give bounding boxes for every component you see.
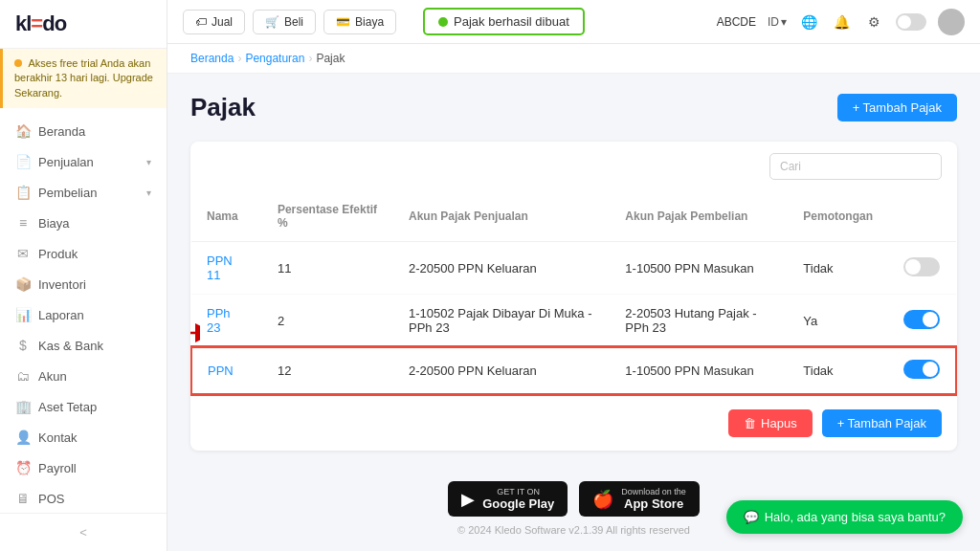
sidebar-item-payroll[interactable]: ⏰ Payroll bbox=[0, 452, 167, 483]
avatar[interactable] bbox=[938, 9, 965, 35]
cell-persentase: 11 bbox=[262, 242, 393, 295]
ppn11-link[interactable]: PPN 11 bbox=[207, 253, 233, 282]
beli-icon: 🛒 bbox=[265, 15, 279, 29]
chat-label: Halo, ada yang bisa saya bantu? bbox=[765, 510, 946, 524]
pembelian-icon: 📋 bbox=[15, 185, 31, 200]
jual-button[interactable]: 🏷 Jual bbox=[183, 10, 245, 34]
sidebar-collapse-button[interactable]: < bbox=[0, 513, 167, 551]
chevron-down-icon: ▾ bbox=[146, 187, 151, 198]
sidebar-item-label: Inventori bbox=[38, 277, 86, 292]
delete-button[interactable]: 🗑 Hapus bbox=[728, 409, 813, 437]
sidebar-item-beranda[interactable]: 🏠 Beranda bbox=[0, 116, 167, 146]
add-pajak-button-bottom[interactable]: + Tambah Pajak bbox=[822, 409, 942, 437]
page-title: Pajak bbox=[190, 93, 256, 122]
cell-akun-pembelian: 1-10500 PPN Masukan bbox=[610, 347, 788, 394]
delete-label: Hapus bbox=[761, 416, 797, 430]
table-row-highlighted: PPN 12 2-20500 PPN Keluaran 1-10500 PPN … bbox=[191, 347, 956, 394]
sidebar-item-label: Penjualan bbox=[38, 155, 94, 169]
ppn11-toggle[interactable] bbox=[903, 257, 940, 276]
cell-pemotongan: Tidak bbox=[788, 347, 888, 394]
sidebar-item-label: Kontak bbox=[38, 430, 77, 445]
jual-icon: 🏷 bbox=[195, 15, 207, 29]
cell-akun-penjualan: 2-20500 PPN Keluaran bbox=[393, 347, 610, 394]
success-dot-icon bbox=[438, 17, 448, 27]
logo-area: kl=do bbox=[0, 0, 167, 49]
cell-pemotongan: Ya bbox=[788, 295, 888, 348]
search-input[interactable] bbox=[769, 153, 942, 180]
biaya-icon: 💳 bbox=[336, 15, 350, 29]
breadcrumb-current: Pajak bbox=[316, 52, 345, 65]
chevron-down-icon: ▾ bbox=[146, 157, 151, 167]
col-nama: Nama bbox=[191, 191, 262, 242]
tax-table: Nama Persentase Efektif % Akun Pajak Pen… bbox=[190, 191, 957, 395]
page-header: Pajak + Tambah Pajak bbox=[190, 93, 957, 122]
topbar: 🏷 Jual 🛒 Beli 💳 Biaya Pajak berhasil dib… bbox=[167, 0, 980, 44]
col-persentase: Persentase Efektif % bbox=[262, 191, 393, 242]
pos-icon: 🖥 bbox=[15, 491, 31, 506]
cell-akun-penjualan: 2-20500 PPN Keluaran bbox=[393, 242, 610, 295]
sidebar-item-label: Akun bbox=[38, 369, 67, 384]
sidebar-item-akun[interactable]: 🗂 Akun bbox=[0, 361, 167, 391]
app-logo: kl=do bbox=[15, 11, 151, 36]
sidebar-item-aset-tetap[interactable]: 🏢 Aset Tetap bbox=[0, 391, 167, 422]
akun-icon: 🗂 bbox=[15, 368, 31, 384]
app-store-badge[interactable]: 🍎 Download on the App Store bbox=[579, 481, 700, 517]
bell-icon[interactable]: 🔔 bbox=[831, 11, 852, 33]
ppn-link[interactable]: PPN bbox=[208, 364, 234, 378]
google-play-badge[interactable]: ▶ GET IT ON Google Play bbox=[448, 481, 568, 517]
sidebar-item-label: Pembelian bbox=[38, 186, 97, 200]
google-play-main: Google Play bbox=[482, 496, 554, 511]
chat-button[interactable]: 💬 Halo, ada yang bisa saya bantu? bbox=[726, 500, 963, 534]
theme-toggle[interactable] bbox=[896, 13, 926, 31]
penjualan-icon: 📄 bbox=[15, 154, 31, 169]
sidebar-item-kas-bank[interactable]: $ Kas & Bank bbox=[0, 330, 167, 361]
cell-pemotongan: Tidak bbox=[788, 242, 888, 295]
table-row: PPh 23 2 1-10502 Pajak Dibayar Di Muka -… bbox=[191, 295, 956, 348]
globe-icon[interactable]: 🌐 bbox=[798, 11, 819, 33]
app-store-icon: 🍎 bbox=[592, 489, 613, 510]
cell-toggle bbox=[888, 347, 956, 394]
breadcrumb-home[interactable]: Beranda bbox=[190, 52, 234, 65]
biaya-button[interactable]: 💳 Biaya bbox=[323, 10, 396, 34]
breadcrumb-pengaturan[interactable]: Pengaturan bbox=[245, 52, 304, 65]
beranda-icon: 🏠 bbox=[15, 123, 31, 139]
trial-message: Akses free trial Anda akan berakhir 13 h… bbox=[14, 57, 153, 99]
cell-nama: PPN bbox=[191, 347, 262, 394]
lang-chevron-icon: ▾ bbox=[781, 15, 787, 29]
action-row: 🗑 Hapus + Tambah Pajak bbox=[190, 395, 957, 451]
chat-icon: 💬 bbox=[744, 510, 759, 524]
sidebar-item-biaya[interactable]: ≡ Biaya bbox=[0, 208, 167, 238]
ppn-toggle[interactable] bbox=[903, 360, 940, 379]
sidebar-item-laporan[interactable]: 📊 Laporan bbox=[0, 299, 167, 330]
col-pemotongan: Pemotongan bbox=[788, 191, 888, 242]
main-content: 🏷 Jual 🛒 Beli 💳 Biaya Pajak berhasil dib… bbox=[167, 0, 980, 551]
app-store-sub: Download on the bbox=[621, 487, 686, 496]
language-selector[interactable]: ID ▾ bbox=[768, 15, 787, 29]
col-akun-pembelian: Akun Pajak Pembelian bbox=[610, 191, 788, 242]
sidebar-item-label: Produk bbox=[38, 247, 78, 261]
sidebar-item-pos[interactable]: 🖥 POS bbox=[0, 483, 167, 513]
cell-akun-penjualan: 1-10502 Pajak Dibayar Di Muka - PPh 23 bbox=[393, 295, 610, 348]
trial-banner: Akses free trial Anda akan berakhir 13 h… bbox=[0, 49, 167, 108]
add-pajak-button-top[interactable]: + Tambah Pajak bbox=[837, 94, 957, 121]
sidebar-item-penjualan[interactable]: 📄 Penjualan ▾ bbox=[0, 146, 167, 177]
sidebar-item-label: Biaya bbox=[38, 216, 70, 231]
google-play-icon: ▶ bbox=[461, 489, 475, 510]
settings-icon[interactable]: ⚙ bbox=[863, 11, 884, 33]
table-row: PPN 11 11 2-20500 PPN Keluaran 1-10500 P… bbox=[191, 242, 956, 295]
sidebar-item-label: Laporan bbox=[38, 308, 84, 322]
sidebar-item-produk[interactable]: ✉ Produk bbox=[0, 238, 167, 269]
sidebar-item-label: Payroll bbox=[38, 461, 77, 475]
pph23-toggle[interactable] bbox=[903, 310, 940, 329]
sidebar-item-inventori[interactable]: 📦 Inventori bbox=[0, 269, 167, 299]
produk-icon: ✉ bbox=[15, 246, 31, 261]
sidebar-item-kontak[interactable]: 👤 Kontak bbox=[0, 422, 167, 452]
beli-button[interactable]: 🛒 Beli bbox=[253, 10, 316, 34]
success-message: Pajak berhasil dibuat bbox=[454, 14, 569, 29]
cell-persentase: 2 bbox=[262, 295, 393, 348]
sidebar-nav: 🏠 Beranda 📄 Penjualan ▾ 📋 Pembelian ▾ ≡ … bbox=[0, 108, 167, 513]
beli-label: Beli bbox=[284, 15, 303, 29]
pph23-link[interactable]: PPh 23 bbox=[207, 306, 231, 335]
cell-persentase: 12 bbox=[262, 347, 393, 394]
sidebar-item-pembelian[interactable]: 📋 Pembelian ▾ bbox=[0, 177, 167, 208]
